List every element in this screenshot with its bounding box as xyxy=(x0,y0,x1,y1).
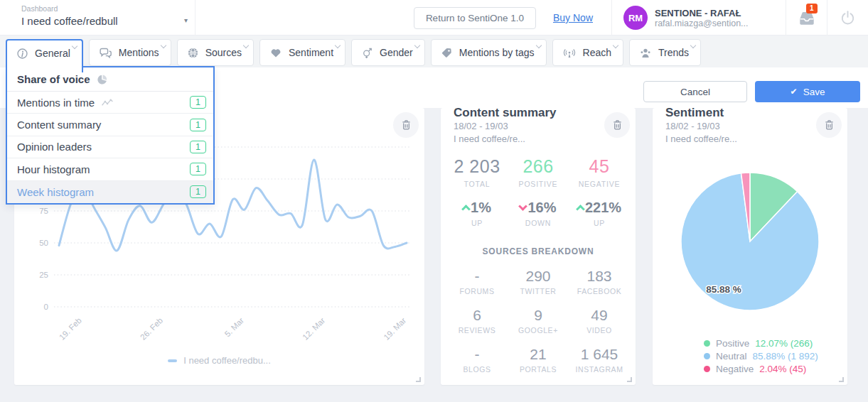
svg-text:19. Feb: 19. Feb xyxy=(58,316,83,342)
resize-handle[interactable] xyxy=(416,377,421,382)
source-googleplus: 9GOOGLE+ xyxy=(508,307,569,335)
svg-text:50: 50 xyxy=(39,239,48,247)
speech-bubble-icon xyxy=(99,47,112,59)
user-menu[interactable]: RM SENTIONE - RAFAŁ rafal.miazga@sention… xyxy=(612,6,786,30)
chevron-down-icon[interactable] xyxy=(160,43,166,48)
avatar[interactable]: RM xyxy=(623,6,648,30)
source-instagram: 1 645INSTAGRAM xyxy=(569,346,630,374)
series-color-dash xyxy=(168,359,177,362)
legend-row-negative[interactable]: Negative 2.04% (45) xyxy=(704,362,818,375)
sources-breakdown-grid: -FORUMS 290TWITTER 183FACEBOOK 6REVIEWS … xyxy=(441,268,636,374)
chevron-down-icon[interactable] xyxy=(690,43,696,48)
totals-row: 2 203 TOTAL 266 POSITIVE 45 NEGATIVE xyxy=(441,156,636,188)
svg-text:75: 75 xyxy=(39,207,48,215)
line-chart-icon xyxy=(101,98,114,107)
source-facebook: 183FACEBOOK xyxy=(569,268,630,295)
panel-item-mentions-in-time[interactable]: Mentions in time 1 xyxy=(7,92,213,114)
chevron-down-icon[interactable] xyxy=(414,43,419,48)
svg-text:0: 0 xyxy=(44,303,48,311)
chevron-down-icon[interactable] xyxy=(613,43,618,48)
tab-label: Sources xyxy=(205,47,242,58)
stat-negative: 45 NEGATIVE xyxy=(569,156,630,188)
source-twitter: 290TWITTER xyxy=(508,268,569,295)
topbar-right: Return to SentiOne 1.0 Buy Now RM SENTIO… xyxy=(414,0,868,36)
panel-item-opinion-leaders[interactable]: Opinion leaders 1 xyxy=(7,136,213,158)
panel-item-content-summary[interactable]: Content summary 1 xyxy=(7,114,213,136)
gender-icon xyxy=(361,46,373,60)
chevron-down-icon[interactable] xyxy=(243,43,249,48)
tab-label: Reach xyxy=(583,47,611,58)
tab-sources[interactable]: Sources xyxy=(177,39,254,66)
legend-row-neutral[interactable]: Neutral 85.88% (1 892) xyxy=(704,349,818,362)
caret-down-icon[interactable]: ▾ xyxy=(184,16,188,24)
dashboard-selector[interactable]: Dashboard I need coffee/redbull ▾ xyxy=(21,4,195,27)
broadcast-icon xyxy=(562,47,577,59)
tab-sentiment[interactable]: Sentiment xyxy=(259,39,345,66)
source-forums: -FORUMS xyxy=(446,268,508,295)
dashboard-tabs: General Mentions Sources xyxy=(0,36,868,67)
tab-label: Sentiment xyxy=(289,47,333,58)
chart-legend[interactable]: I need coffee/redbu... xyxy=(14,355,424,366)
heart-icon xyxy=(269,47,282,59)
tab-mentions-by-tags[interactable]: Mentions by tags xyxy=(431,39,547,66)
chevron-down-icon[interactable] xyxy=(335,43,341,48)
return-sentione-button[interactable]: Return to SentiOne 1.0 xyxy=(414,7,536,29)
widget-count-badge: 1 xyxy=(190,119,206,131)
svg-text:19. Mar: 19. Mar xyxy=(382,316,407,342)
panel-item-hour-histogram[interactable]: Hour histogram 1 xyxy=(7,158,213,180)
save-button[interactable]: ✔ Save xyxy=(755,81,860,102)
tab-label: Trends xyxy=(658,47,689,58)
trash-icon xyxy=(611,119,623,131)
sentiment-card: Sentiment 18/02 - 19/03 I need coffee/re… xyxy=(653,108,847,385)
tab-gender[interactable]: Gender xyxy=(351,39,425,66)
pie-chart-icon xyxy=(97,74,108,85)
tab-general[interactable]: General xyxy=(6,39,83,72)
arrow-down-icon xyxy=(519,202,528,212)
widget-count-badge: 1 xyxy=(190,163,206,175)
arrow-up-icon xyxy=(576,205,585,214)
user-meta: SENTIONE - RAFAŁ rafal.miazga@sention... xyxy=(655,8,774,28)
sources-breakdown-title: SOURCES BREAKDOWN xyxy=(441,246,636,256)
tab-mentions[interactable]: Mentions xyxy=(89,39,171,66)
globe-icon xyxy=(187,47,199,59)
svg-text:5. Mar: 5. Mar xyxy=(223,316,246,339)
source-portals: 21PORTALS xyxy=(508,346,569,374)
logout-button[interactable] xyxy=(827,0,868,36)
dashboard-value: I need coffee/redbull xyxy=(21,15,195,27)
notification-badge: 1 xyxy=(806,4,818,13)
user-name: SENTIONE - RAFAŁ xyxy=(655,8,774,18)
svg-text:26. Feb: 26. Feb xyxy=(139,316,164,342)
trash-icon xyxy=(823,119,835,131)
app-root: Dashboard I need coffee/redbull ▾ Return… xyxy=(0,0,868,402)
tab-reach[interactable]: Reach xyxy=(552,39,623,66)
dashboard-label: Dashboard xyxy=(21,4,195,13)
chevron-down-icon[interactable] xyxy=(72,43,77,49)
tab-label: Mentions by tags xyxy=(459,47,535,58)
panel-item-week-histogram[interactable]: Week histogram 1 xyxy=(7,181,213,203)
source-reviews: 6REVIEWS xyxy=(446,307,508,335)
svg-text:85.88 %: 85.88 % xyxy=(706,284,741,295)
cancel-button[interactable]: Cancel xyxy=(643,81,747,102)
legend-dot xyxy=(704,353,710,359)
delete-widget-button[interactable] xyxy=(604,112,630,138)
legend-dot xyxy=(704,340,710,347)
widget-count-badge: 1 xyxy=(190,141,206,153)
notifications-button[interactable]: 1 xyxy=(786,0,827,36)
legend-row-positive[interactable]: Positive 12.07% (266) xyxy=(704,337,818,349)
tab-trends[interactable]: Trends xyxy=(629,39,701,66)
buy-now-link[interactable]: Buy Now xyxy=(553,12,593,23)
divider xyxy=(195,0,195,36)
save-label: Save xyxy=(803,87,825,97)
arrow-up-icon xyxy=(461,205,471,214)
stat-positive: 266 POSITIVE xyxy=(508,156,569,188)
resize-handle[interactable] xyxy=(627,377,632,382)
tab-label: Mentions xyxy=(119,47,159,58)
tag-icon xyxy=(441,47,453,59)
person-network-icon xyxy=(639,47,652,59)
delete-widget-button[interactable] xyxy=(816,112,842,138)
content-summary-card: Content summary 18/02 - 19/03 I need cof… xyxy=(441,108,636,385)
svg-text:25: 25 xyxy=(39,271,48,279)
chevron-down-icon[interactable] xyxy=(535,43,541,48)
delete-widget-button[interactable] xyxy=(393,112,419,138)
resize-handle[interactable] xyxy=(839,377,844,382)
